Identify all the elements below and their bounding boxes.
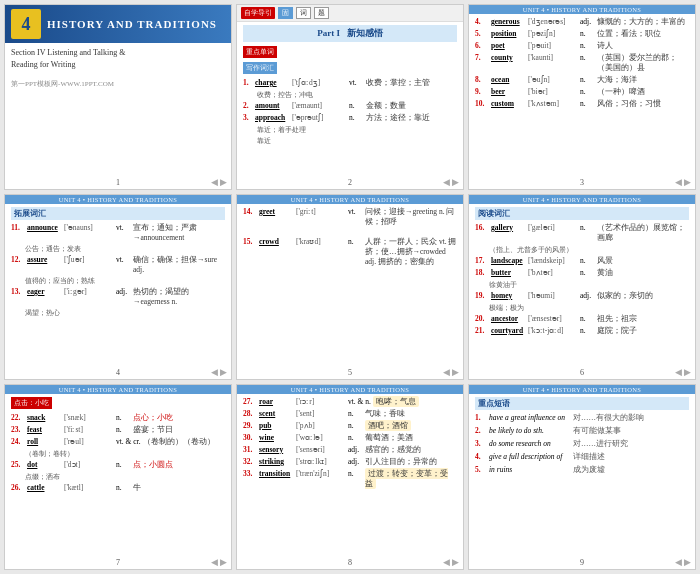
card7-header: UNIT 4 • HISTORY AND TRADITIONS xyxy=(5,385,231,394)
word-roll: 24. roll ['rəul] vt. & cr. （卷制的）（卷动） xyxy=(11,437,225,447)
word-homey: 19. homey ['həumi] adj. 似家的；亲切的 xyxy=(475,291,689,301)
word-landscape: 17. landscape ['lændskeip] n. 风景 xyxy=(475,256,689,266)
card7-nav[interactable]: ◀ ▶ xyxy=(211,557,227,567)
word-transition: 33. transition ['træn'ziʃn] n. 过渡；转变；变革；… xyxy=(243,469,457,489)
vocab-list-4: 11. announce ['ənauns] vt. 宣布；通知；严肃→anno… xyxy=(11,223,225,318)
card6-section: 阅读词汇 xyxy=(475,207,689,220)
card4-section: 拓展词汇 xyxy=(11,207,225,220)
self-study-label: 自学导引 xyxy=(241,7,275,19)
card4-nav[interactable]: ◀ ▶ xyxy=(211,367,227,377)
word-ocean: 8. ocean ['əuʃn] n. 大海；海洋 xyxy=(475,75,689,85)
card3-header: UNIT 4 • HISTORY AND TRADITIONS xyxy=(469,5,695,14)
word-sensory: 31. sensory ['sensəri] adj. 感官的；感觉的 xyxy=(243,445,457,455)
word-dot: 25. dot ['dɔt] n. 点；小圆点 xyxy=(11,460,225,470)
key-point-label: 重点单词 xyxy=(243,46,277,58)
self-study-bar: 自学导引 固 词 题 xyxy=(237,5,463,22)
phrase-list-9: 1. have a great influence on 对……有很大的影响 2… xyxy=(475,413,689,475)
unit-number: 4 xyxy=(11,9,41,39)
card9-header: UNIT 4 • HISTORY AND TRADITIONS xyxy=(469,385,695,394)
vocab-list-8: 27. roar ['rɔːr] vt. & n. 咆哮；气息 28. scen… xyxy=(243,397,457,489)
word-county: 7. county ['kaunti] n. （英国）爱尔兰的郡；（美国的）县 xyxy=(475,53,689,73)
word-butter: 18. butter ['bʌtər] n. 黄油 xyxy=(475,268,689,278)
card1-footer: 第一PPT模板网-WWW.1PPT.COM xyxy=(11,79,225,89)
card8-nav[interactable]: ◀ ▶ xyxy=(443,557,459,567)
page-number-9: 9 xyxy=(580,558,584,567)
word-courtyard: 21. courtyard ['kɔːt-jɑːd] n. 庭院；院子 xyxy=(475,326,689,336)
page-number-8: 8 xyxy=(348,558,352,567)
page-number-3: 3 xyxy=(580,178,584,187)
vocab-item-charge: 1. charge ['tʃɑːdʒ] vt. 收费；掌控；主管 xyxy=(243,78,457,88)
card-8: UNIT 4 • HISTORY AND TRADITIONS 27. roar… xyxy=(236,384,464,570)
vocab-item-approach: 3. approach ['əprəutʃ] n. 方法；途径；靠近 xyxy=(243,113,457,123)
card9-section: 重点短语 xyxy=(475,397,689,410)
card2-nav[interactable]: ◀ ▶ xyxy=(443,177,459,187)
word-scent: 28. scent ['sent] n. 气味；香味 xyxy=(243,409,457,419)
card8-header: UNIT 4 • HISTORY AND TRADITIONS xyxy=(237,385,463,394)
card6-header: UNIT 4 • HISTORY AND TRADITIONS xyxy=(469,195,695,204)
vocab-list-7: 22. snack ['snæk] n. 点心；小吃 23. feast ['f… xyxy=(11,413,225,493)
card1-subtitle: Section IV Listening and Talking & Readi… xyxy=(11,47,225,71)
part-title: Part I 新知感悟 xyxy=(243,25,457,42)
word-custom: 10. custom ['kʌstəm] n. 风俗；习俗；习惯 xyxy=(475,99,689,109)
page-number-5: 5 xyxy=(348,368,352,377)
card1-nav[interactable]: ◀ ▶ xyxy=(211,177,227,187)
word-generous: 4. generous ['dʒenərəs] adj. 慷慨的；大方的；丰富的 xyxy=(475,17,689,27)
card-2: 自学导引 固 词 题 Part I 新知感悟 重点单词 写作词汇 1. char… xyxy=(236,4,464,190)
word-striking: 32. striking ['strɑːlkɪ] adj. 引人注目的；异常的 xyxy=(243,457,457,467)
page-number-7: 7 xyxy=(116,558,120,567)
phrase-3: 3. do some research on 对……进行研究 xyxy=(475,439,689,449)
word-greet: 14. greet ['griːt] vt. 问候；迎接→greeting n.… xyxy=(243,207,457,227)
card-4: UNIT 4 • HISTORY AND TRADITIONS 拓展词汇 11.… xyxy=(4,194,232,380)
page-number-2: 2 xyxy=(348,178,352,187)
unit-title: HISTORY AND TRADITIONS xyxy=(47,18,217,30)
tab-fixed[interactable]: 固 xyxy=(278,7,293,19)
word-announce: 11. announce ['ənauns] vt. 宣布；通知；严肃→anno… xyxy=(11,223,225,242)
card-5: UNIT 4 • HISTORY AND TRADITIONS 14. gree… xyxy=(236,194,464,380)
card-6: UNIT 4 • HISTORY AND TRADITIONS 阅读词汇 16.… xyxy=(468,194,696,380)
phrase-2: 2. be likely to do sth. 有可能做某事 xyxy=(475,426,689,436)
card-1: 4 HISTORY AND TRADITIONS Section IV List… xyxy=(4,4,232,190)
vocab-list-2: 1. charge ['tʃɑːdʒ] vt. 收费；掌控；主管 收费；控告；冲… xyxy=(243,78,457,146)
word-crowd: 15. crowd ['kraʊd] n. 人群；一群人；民众 vt. 拥挤；使… xyxy=(243,237,457,267)
unit-banner: 4 HISTORY AND TRADITIONS xyxy=(5,5,231,43)
word-assure: 12. assure ['ʃuər] vt. 确信；确保；担保→sure adj… xyxy=(11,255,225,274)
page-number-4: 4 xyxy=(116,368,120,377)
card6-nav[interactable]: ◀ ▶ xyxy=(675,367,691,377)
page-number-6: 6 xyxy=(580,368,584,377)
vocab-list-3: 4. generous ['dʒenərəs] adj. 慷慨的；大方的；丰富的… xyxy=(475,17,689,109)
page-number-1: 1 xyxy=(116,178,120,187)
word-pub: 29. pub ['pʌb] n. 酒吧；酒馆 xyxy=(243,421,457,431)
card-7: UNIT 4 • HISTORY AND TRADITIONS 点击：小吃 22… xyxy=(4,384,232,570)
card3-nav[interactable]: ◀ ▶ xyxy=(675,177,691,187)
word-poet: 6. poet ['pəuit] n. 诗人 xyxy=(475,41,689,51)
word-gallery: 16. gallery ['gæləri] n. （艺术作品的）展览馆；画廊 xyxy=(475,223,689,243)
write-label: 写作词汇 xyxy=(243,62,277,74)
card7-key-label: 点击：小吃 xyxy=(11,397,52,409)
word-snack: 22. snack ['snæk] n. 点心；小吃 xyxy=(11,413,225,423)
part-title-text: 新知感悟 xyxy=(347,28,383,38)
main-grid: 4 HISTORY AND TRADITIONS Section IV List… xyxy=(0,0,700,574)
tab-question[interactable]: 题 xyxy=(314,7,329,19)
phrase-1: 1. have a great influence on 对……有很大的影响 xyxy=(475,413,689,423)
tab-word[interactable]: 词 xyxy=(296,7,311,19)
phrase-4: 4. give a full description of 详细描述 xyxy=(475,452,689,462)
word-position: 5. position ['pəziʃn] n. 位置；看法；职位 xyxy=(475,29,689,39)
card-9: UNIT 4 • HISTORY AND TRADITIONS 重点短语 1. … xyxy=(468,384,696,570)
card-3: UNIT 4 • HISTORY AND TRADITIONS 4. gener… xyxy=(468,4,696,190)
part-label: Part I xyxy=(317,28,340,38)
vocab-list-6: 16. gallery ['gæləri] n. （艺术作品的）展览馆；画廊 （… xyxy=(475,223,689,336)
card5-header: UNIT 4 • HISTORY AND TRADITIONS xyxy=(237,195,463,204)
word-feast: 23. feast ['fiːst] n. 盛宴；节日 xyxy=(11,425,225,435)
word-eager: 13. eager ['iːgər] adj. 热切的；渴望的→eagernes… xyxy=(11,287,225,306)
card4-header: UNIT 4 • HISTORY AND TRADITIONS xyxy=(5,195,231,204)
word-ancestor: 20. ancestor ['ænsestər] n. 祖先；祖宗 xyxy=(475,314,689,324)
word-roar: 27. roar ['rɔːr] vt. & n. 咆哮；气息 xyxy=(243,397,457,407)
vocab-item-amount: 2. amount ['æmaunt] n. 金额；数量 xyxy=(243,101,457,111)
word-cattle: 26. cattle ['kætl] n. 牛 xyxy=(11,483,225,493)
vocab-list-5: 14. greet ['griːt] vt. 问候；迎接→greeting n.… xyxy=(243,207,457,267)
word-beer: 9. beer ['biər] n. （一种）啤酒 xyxy=(475,87,689,97)
card9-nav[interactable]: ◀ ▶ xyxy=(675,557,691,567)
word-wine: 30. wine ['wɑːlə] n. 葡萄酒；美酒 xyxy=(243,433,457,443)
phrase-5: 5. in ruins 成为废墟 xyxy=(475,465,689,475)
card5-nav[interactable]: ◀ ▶ xyxy=(443,367,459,377)
